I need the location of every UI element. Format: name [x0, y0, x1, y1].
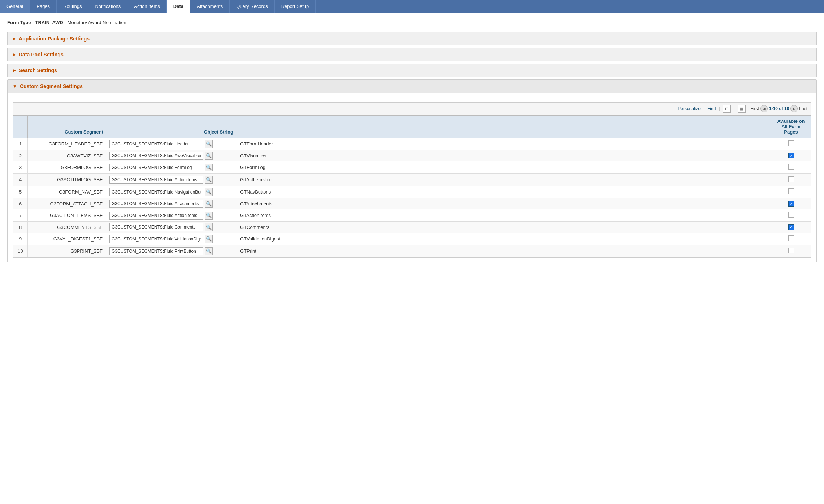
cell-object-string: 🔍 [107, 161, 237, 174]
grid-view-icon[interactable]: ⊞ [723, 105, 731, 113]
object-string-input[interactable] [109, 188, 203, 196]
object-string-input[interactable] [109, 176, 203, 184]
search-icon-btn[interactable]: 🔍 [205, 200, 213, 208]
tab-attachments[interactable]: Attachments [190, 0, 230, 13]
page-info: 1-10 of 10 [769, 106, 789, 111]
tab-pages[interactable]: Pages [30, 0, 57, 13]
section-app-pkg-header[interactable]: ▶ Application Package Settings [8, 32, 816, 45]
search-icon-btn[interactable]: 🔍 [205, 176, 213, 184]
section-app-pkg: ▶ Application Package Settings [7, 32, 817, 45]
object-string-input[interactable] [109, 152, 203, 160]
object-string-input[interactable] [109, 223, 203, 231]
cell-available[interactable] [771, 138, 811, 150]
cell-num: 7 [13, 209, 28, 222]
tab-action-items[interactable]: Action Items [127, 0, 167, 13]
section-search-arrow: ▶ [13, 68, 16, 73]
table-row: 3G3FORMLOG_SBF🔍GTFormLog [13, 161, 811, 174]
cell-segment-name: G3COMMENTS_SBF [28, 222, 107, 233]
cell-available[interactable]: ✓ [771, 150, 811, 161]
grid-chart-icon[interactable]: ▦ [738, 105, 746, 113]
cell-available[interactable] [771, 174, 811, 186]
checkbox-unchecked[interactable] [788, 248, 794, 253]
checkbox-unchecked[interactable] [788, 235, 794, 241]
cell-obj-name: GTFormHeader [237, 138, 771, 150]
section-data-pool: ▶ Data Pool Settings [7, 48, 817, 61]
tab-query-records[interactable]: Query Records [230, 0, 274, 13]
checkbox-unchecked[interactable] [788, 140, 794, 146]
cell-num: 6 [13, 198, 28, 209]
cell-num: 8 [13, 222, 28, 233]
section-search-title: Search Settings [19, 68, 57, 73]
col-available: Available on All Form Pages [771, 116, 811, 138]
tab-routings[interactable]: Routings [57, 0, 88, 13]
cell-num: 9 [13, 233, 28, 245]
checkbox-checked[interactable]: ✓ [788, 224, 794, 230]
cell-available[interactable] [771, 233, 811, 245]
checkbox-checked[interactable]: ✓ [788, 153, 794, 158]
grid-toolbar: Personalize | Find | ⊞ | ▦ First ◀ 1-10 … [13, 103, 811, 115]
cell-obj-name: GTFormLog [237, 161, 771, 174]
search-icon-btn[interactable]: 🔍 [205, 188, 213, 196]
section-custom-seg-content: Personalize | Find | ⊞ | ▦ First ◀ 1-10 … [8, 93, 816, 262]
nav-controls: First ◀ 1-10 of 10 ▶ Last [751, 105, 807, 112]
section-data-pool-header[interactable]: ▶ Data Pool Settings [8, 48, 816, 61]
search-icon-btn[interactable]: 🔍 [205, 152, 213, 160]
tab-general[interactable]: General [0, 0, 30, 13]
cell-segment-name: G3FORM_HEADER_SBF [28, 138, 107, 150]
section-app-pkg-title: Application Package Settings [19, 36, 90, 42]
search-icon-btn[interactable]: 🔍 [205, 247, 213, 255]
section-custom-seg-arrow: ▼ [13, 84, 17, 89]
cell-num: 3 [13, 161, 28, 174]
cell-available[interactable] [771, 186, 811, 198]
section-search-header[interactable]: ▶ Search Settings [8, 64, 816, 77]
checkbox-checked[interactable]: ✓ [788, 201, 794, 207]
first-label: First [751, 106, 759, 111]
cell-object-string: 🔍 [107, 186, 237, 198]
checkbox-unchecked[interactable] [788, 212, 794, 218]
checkbox-unchecked[interactable] [788, 164, 794, 170]
cell-obj-name: GTActionItems [237, 209, 771, 222]
custom-segment-grid: Personalize | Find | ⊞ | ▦ First ◀ 1-10 … [13, 102, 811, 258]
search-icon-btn[interactable]: 🔍 [205, 223, 213, 231]
cell-object-string: 🔍 [107, 233, 237, 245]
search-icon-btn[interactable]: 🔍 [205, 140, 213, 148]
tab-notifications[interactable]: Notifications [88, 0, 127, 13]
object-string-input[interactable] [109, 235, 203, 243]
checkbox-unchecked[interactable] [788, 176, 794, 182]
object-string-input[interactable] [109, 164, 203, 171]
cell-segment-name: G3VAL_DIGEST1_SBF [28, 233, 107, 245]
cell-segment-name: G3AWEVIZ_SBF [28, 150, 107, 161]
search-icon-btn[interactable]: 🔍 [205, 164, 213, 171]
object-string-input[interactable] [109, 200, 203, 208]
cell-available[interactable]: ✓ [771, 222, 811, 233]
search-icon-btn[interactable]: 🔍 [205, 235, 213, 243]
cell-obj-name: GTNavButtons [237, 186, 771, 198]
tab-data[interactable]: Data [167, 0, 190, 13]
search-icon-btn[interactable]: 🔍 [205, 212, 213, 220]
cell-num: 2 [13, 150, 28, 161]
object-string-input[interactable] [109, 247, 203, 255]
next-btn[interactable]: ▶ [790, 105, 798, 112]
cell-object-string: 🔍 [107, 198, 237, 209]
table-header-row: Custom Segment Object String Available o… [13, 116, 811, 138]
tab-report-setup[interactable]: Report Setup [275, 0, 316, 13]
cell-object-string: 🔍 [107, 174, 237, 186]
prev-btn[interactable]: ◀ [760, 105, 768, 112]
cell-available[interactable]: ✓ [771, 198, 811, 209]
section-app-pkg-arrow: ▶ [13, 36, 16, 41]
checkbox-unchecked[interactable] [788, 188, 794, 194]
find-link[interactable]: Find [707, 106, 716, 111]
section-custom-seg-title: Custom Segment Settings [20, 83, 83, 89]
table-row: 2G3AWEVIZ_SBF🔍GTVisualizer✓ [13, 150, 811, 161]
object-string-input[interactable] [109, 140, 203, 148]
form-type-label: Form Type [7, 20, 31, 25]
cell-available[interactable] [771, 245, 811, 257]
cell-available[interactable] [771, 209, 811, 222]
cell-available[interactable] [771, 161, 811, 174]
cell-num: 5 [13, 186, 28, 198]
object-string-input[interactable] [109, 212, 203, 220]
cell-obj-name: GTAttachments [237, 198, 771, 209]
cell-object-string: 🔍 [107, 150, 237, 161]
section-custom-seg-header[interactable]: ▼ Custom Segment Settings [8, 80, 816, 93]
personalize-link[interactable]: Personalize [678, 106, 701, 111]
